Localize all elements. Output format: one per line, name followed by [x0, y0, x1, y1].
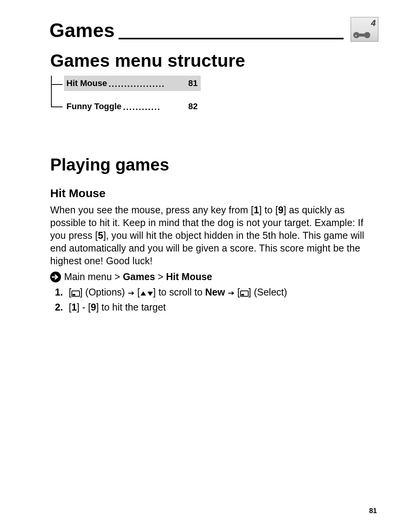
- header-rule: [119, 38, 344, 39]
- bracket: [: [237, 287, 240, 297]
- gamepad-icon: +: [353, 28, 372, 38]
- text: When you see the mouse, press any key fr…: [50, 204, 254, 215]
- softkey-icon: [240, 290, 249, 297]
- section-title-menu-structure: Games menu structure: [50, 50, 378, 71]
- toc-label: Hit Mouse: [66, 78, 107, 88]
- page-header: Games 4 +: [49, 17, 378, 42]
- nav-arrow-icon: [50, 272, 61, 282]
- bracket: [: [69, 287, 71, 297]
- softkey-icon: [71, 290, 80, 297]
- text: to hit the target: [99, 302, 166, 312]
- text: to scroll to: [156, 287, 205, 297]
- toc-page-number: 82: [188, 101, 198, 111]
- key-1: 1: [71, 302, 77, 312]
- arrow-right-icon: [128, 291, 135, 296]
- arrow-right-icon: [228, 291, 235, 296]
- key-9: 9: [91, 302, 96, 312]
- toc-entry-funny-toggle: Funny Toggle ............ 82: [64, 99, 201, 114]
- chapter-number: 4: [371, 18, 376, 28]
- steps-list: [] (Options) [] to scroll to New [] (Sel…: [66, 285, 378, 314]
- bracket: [: [69, 302, 71, 312]
- subheading-hit-mouse: Hit Mouse: [50, 187, 378, 200]
- toc-page-number: 81: [188, 78, 198, 88]
- svg-rect-1: [73, 294, 75, 296]
- toc-entry-hit-mouse: Hit Mouse .................. 81: [64, 76, 201, 91]
- text: (Options): [83, 287, 128, 297]
- svg-marker-2: [141, 291, 146, 296]
- path-games: Games: [123, 271, 155, 282]
- up-down-icon: [140, 291, 153, 296]
- bracket: [: [88, 302, 91, 312]
- menu-path-text: Main menu > Games > Hit Mouse: [64, 271, 212, 282]
- svg-marker-3: [147, 292, 153, 296]
- step-1: [] (Options) [] to scroll to New [] (Sel…: [66, 285, 378, 299]
- toc-leader-dots: ............: [122, 102, 188, 112]
- text: >: [155, 271, 166, 282]
- toc-label: Funny Toggle: [66, 101, 122, 111]
- games-chapter-icon: 4 +: [351, 17, 378, 42]
- label-new: New: [205, 287, 225, 297]
- bracket: ]: [77, 302, 80, 312]
- text: Main menu >: [64, 271, 123, 282]
- key-9: 9: [278, 204, 283, 215]
- svg-rect-5: [241, 294, 244, 296]
- section-title-playing-games: Playing games: [50, 155, 378, 174]
- text: ] to [: [259, 204, 278, 215]
- text: -: [80, 302, 88, 312]
- hit-mouse-description: When you see the mouse, press any key fr…: [50, 204, 378, 267]
- text: (Select): [251, 287, 287, 297]
- chapter-title: Games: [49, 19, 115, 42]
- page-number: 81: [369, 507, 377, 515]
- bracket: ]: [80, 287, 83, 297]
- bracket: ]: [249, 287, 251, 297]
- path-hit-mouse: Hit Mouse: [166, 271, 212, 282]
- menu-path: Main menu > Games > Hit Mouse: [50, 271, 378, 282]
- toc-leader-dots: ..................: [107, 79, 188, 89]
- toc-tree: Hit Mouse .................. 81 Funny To…: [49, 76, 378, 114]
- key-5: 5: [98, 230, 103, 241]
- step-2: [1] - [9] to hit the target: [66, 301, 378, 314]
- bracket: ]: [96, 302, 99, 312]
- toc-tree-lines: [51, 76, 63, 113]
- bracket: [: [137, 287, 140, 297]
- key-1: 1: [254, 204, 259, 215]
